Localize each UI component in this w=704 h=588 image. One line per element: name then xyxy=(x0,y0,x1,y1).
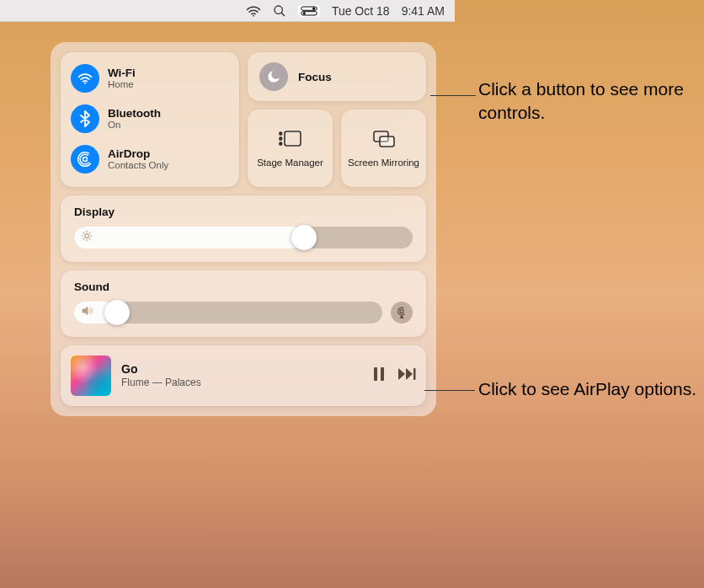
svg-point-10 xyxy=(77,151,93,168)
volume-icon xyxy=(81,305,94,320)
album-art xyxy=(71,355,111,396)
stage-manager-label: Stage Manager xyxy=(257,158,323,168)
wifi-row[interactable]: Wi-Fi Home xyxy=(69,61,231,96)
svg-rect-11 xyxy=(280,132,282,135)
svg-line-24 xyxy=(83,238,84,239)
menubar-time[interactable]: 9:41 AM xyxy=(402,4,445,18)
callout-airplay: Click to see AirPlay options. xyxy=(478,377,697,401)
menubar-date[interactable]: Tue Oct 18 xyxy=(332,4,390,18)
bluetooth-title: Bluetooth xyxy=(108,107,161,120)
callout-line xyxy=(424,390,475,391)
svg-point-7 xyxy=(84,83,86,84)
spotlight-icon[interactable] xyxy=(273,4,286,18)
svg-line-2 xyxy=(281,13,285,16)
control-center-panel: Wi-Fi Home Bluetooth On AirDrop Contacts… xyxy=(51,42,436,416)
brightness-low-icon xyxy=(81,230,93,245)
svg-rect-30 xyxy=(413,368,416,380)
wifi-icon xyxy=(71,64,99,93)
svg-point-0 xyxy=(253,14,254,16)
focus-title: Focus xyxy=(298,71,332,83)
svg-point-26 xyxy=(400,310,403,313)
wifi-text: Wi-Fi Home xyxy=(108,67,136,91)
svg-line-22 xyxy=(83,233,84,233)
next-track-button[interactable] xyxy=(397,366,416,385)
moon-icon xyxy=(259,62,288,91)
sound-title: Sound xyxy=(74,281,413,293)
svg-rect-28 xyxy=(374,367,377,381)
screen-mirroring-label: Screen Mirroring xyxy=(348,158,419,168)
control-center-icon[interactable] xyxy=(298,5,320,17)
airdrop-subtitle: Contacts Only xyxy=(108,160,168,171)
stage-manager-tile[interactable]: Stage Manager xyxy=(248,110,333,187)
connectivity-tile[interactable]: Wi-Fi Home Bluetooth On AirDrop Contacts… xyxy=(61,52,239,187)
svg-point-4 xyxy=(312,7,315,9)
music-subtitle: Flume — Palaces xyxy=(121,377,201,388)
music-title: Go xyxy=(121,362,201,377)
display-tile[interactable]: Display xyxy=(61,195,426,262)
sound-slider[interactable] xyxy=(74,302,382,323)
bluetooth-text: Bluetooth On xyxy=(108,107,161,131)
music-controls xyxy=(372,366,416,385)
wifi-title: Wi-Fi xyxy=(108,67,136,80)
callout-line xyxy=(430,95,476,96)
svg-rect-13 xyxy=(280,142,282,145)
display-title: Display xyxy=(74,206,413,218)
bluetooth-icon xyxy=(71,104,99,133)
bluetooth-subtitle: On xyxy=(108,120,161,131)
svg-rect-16 xyxy=(380,136,394,147)
screen-mirroring-tile[interactable]: Screen Mirroring xyxy=(341,110,426,187)
svg-point-1 xyxy=(275,6,282,13)
svg-line-23 xyxy=(89,238,90,239)
music-text: Go Flume — Palaces xyxy=(121,362,201,388)
menubar: Tue Oct 18 9:41 AM xyxy=(0,0,455,22)
svg-rect-29 xyxy=(381,367,384,381)
small-tiles-row: Stage Manager Screen Mirroring xyxy=(248,110,426,187)
airdrop-text: AirDrop Contacts Only xyxy=(108,147,168,172)
airdrop-title: AirDrop xyxy=(108,147,168,161)
pause-button[interactable] xyxy=(372,366,386,385)
svg-line-25 xyxy=(89,233,90,233)
bluetooth-row[interactable]: Bluetooth On xyxy=(69,101,231,136)
svg-rect-12 xyxy=(280,137,282,140)
wifi-menubar-icon[interactable] xyxy=(246,5,261,17)
display-slider[interactable] xyxy=(74,227,413,249)
svg-point-6 xyxy=(303,12,306,14)
callout-focus: Click a button to see more controls. xyxy=(478,78,697,126)
wifi-subtitle: Home xyxy=(108,79,136,90)
svg-rect-14 xyxy=(285,131,301,146)
airdrop-row[interactable]: AirDrop Contacts Only xyxy=(69,142,231,177)
airplay-audio-button[interactable] xyxy=(391,302,413,323)
screen-mirroring-icon xyxy=(371,129,397,152)
airdrop-icon xyxy=(71,145,99,174)
svg-point-17 xyxy=(85,234,89,238)
now-playing-tile[interactable]: Go Flume — Palaces xyxy=(61,345,426,406)
svg-point-8 xyxy=(83,158,88,162)
sound-tile[interactable]: Sound xyxy=(61,270,426,337)
stage-manager-icon xyxy=(278,129,303,152)
focus-tile[interactable]: Focus xyxy=(248,52,426,101)
